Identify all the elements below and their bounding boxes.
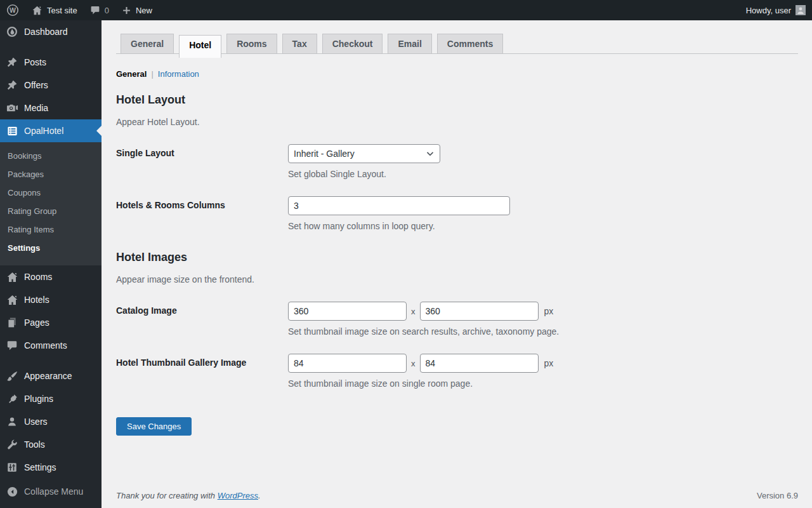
admin-bar-account-button[interactable]: Howdy, user — [740, 0, 812, 20]
catalog-image-description: Set thumbnail image size on search resul… — [288, 326, 798, 337]
main-content: General Hotel Rooms Tax Checkout Email C… — [102, 20, 812, 508]
sidebar-item-tools[interactable]: Tools — [0, 433, 102, 456]
sidebar-item-label: OpalHotel — [24, 126, 63, 136]
sidebar-item-media[interactable]: Media — [0, 97, 102, 119]
sidebar-item-offers[interactable]: Offers — [0, 74, 102, 97]
submenu-item-bookings[interactable]: Bookings — [0, 147, 102, 165]
sidebar-item-label: Posts — [24, 57, 46, 67]
sidebar-item-label: Plugins — [24, 394, 53, 404]
admin-sidebar: Dashboard Posts Offers Media OpalHotel B… — [0, 20, 102, 508]
sidebar-item-label: Settings — [24, 462, 56, 472]
admin-footer: Thank you for creating with WordPress. V… — [102, 491, 812, 508]
single-layout-select[interactable]: Inherit - Gallery — [288, 144, 440, 163]
thumbnail-image-row: Hotel Thumbnail Gallery Image xpx Set th… — [116, 354, 798, 389]
sliders-icon — [6, 461, 18, 474]
admin-bar: W Test site 0 New Howdy, user — [0, 0, 812, 20]
admin-bar-new-label: New — [136, 6, 152, 15]
save-changes-button[interactable]: Save Changes — [116, 417, 192, 436]
opalhotel-submenu: Bookings Packages Coupons Rating Group R… — [0, 142, 102, 265]
tab-general[interactable]: General — [121, 34, 174, 53]
comment-bubble-icon — [90, 5, 100, 15]
footer-thanks-suffix: . — [258, 491, 261, 500]
settings-wrap: General Hotel Rooms Tax Checkout Email C… — [102, 20, 812, 491]
submenu-item-rating-group[interactable]: Rating Group — [0, 202, 102, 220]
hotel-layout-description: Appear Hotel Layout. — [116, 117, 798, 127]
media-icon — [6, 102, 18, 114]
single-layout-select-wrap: Inherit - Gallery — [288, 144, 440, 163]
sidebar-item-label: Appearance — [24, 371, 72, 381]
thumbnail-image-description: Set thumbnail image size on single room … — [288, 378, 798, 389]
thumbnail-image-height-input[interactable] — [420, 354, 539, 373]
sub-section-nav: General|Information — [116, 69, 798, 79]
wrench-icon — [6, 438, 18, 451]
tab-checkout[interactable]: Checkout — [322, 34, 383, 53]
sidebar-item-label: Dashboard — [24, 27, 68, 37]
svg-text:W: W — [10, 6, 16, 14]
sidebar-item-dashboard[interactable]: Dashboard — [0, 20, 102, 43]
sidebar-item-pages[interactable]: Pages — [0, 311, 102, 334]
dashboard-icon — [6, 25, 18, 38]
subnav-item-general[interactable]: General — [116, 69, 147, 79]
tab-email[interactable]: Email — [388, 34, 431, 53]
sidebar-item-label: Media — [24, 103, 48, 113]
single-layout-row: Single Layout Inherit - Gallery Set glob… — [116, 144, 798, 179]
admin-bar-comment-count: 0 — [105, 6, 109, 15]
columns-description: Set how many columns in loop query. — [288, 221, 798, 231]
tab-comments[interactable]: Comments — [437, 34, 503, 53]
wordpress-logo-icon: W — [6, 4, 19, 17]
sidebar-item-label: Pages — [24, 318, 49, 328]
pushpin-icon — [6, 56, 18, 69]
dimension-separator: x — [411, 307, 416, 316]
tab-hotel[interactable]: Hotel — [179, 35, 221, 58]
tab-rooms[interactable]: Rooms — [226, 34, 277, 53]
admin-bar-comments-button[interactable]: 0 — [84, 0, 115, 20]
home-icon — [32, 5, 43, 16]
wp-logo-button[interactable]: W — [0, 0, 25, 20]
list-icon — [6, 124, 18, 137]
pages-icon — [6, 316, 18, 329]
sidebar-item-plugins[interactable]: Plugins — [0, 387, 102, 410]
catalog-image-height-input[interactable] — [420, 302, 539, 321]
submenu-item-settings[interactable]: Settings — [0, 239, 102, 257]
sidebar-item-appearance[interactable]: Appearance — [0, 364, 102, 387]
sidebar-item-settings[interactable]: Settings — [0, 456, 102, 479]
hotel-images-heading: Hotel Images — [116, 251, 798, 264]
collapse-menu-button[interactable]: Collapse Menu — [0, 480, 102, 503]
hotel-images-description: Appear image size on the frontend. — [116, 274, 798, 284]
user-avatar — [796, 5, 806, 15]
admin-bar-site-name: Test site — [47, 6, 77, 15]
collapse-arrow-icon — [6, 485, 18, 498]
columns-label: Hotels & Rooms Columns — [116, 196, 288, 231]
settings-tab-bar: General Hotel Rooms Tax Checkout Email C… — [116, 34, 798, 54]
user-icon — [6, 415, 18, 428]
hotel-layout-heading: Hotel Layout — [116, 93, 798, 107]
admin-bar-site-link[interactable]: Test site — [25, 0, 84, 20]
collapse-menu-label: Collapse Menu — [24, 486, 83, 497]
sidebar-item-opalhotel[interactable]: OpalHotel — [0, 119, 102, 142]
footer-thanks-prefix: Thank you for creating with — [116, 491, 218, 500]
columns-input[interactable] — [288, 196, 510, 215]
catalog-image-row: Catalog Image xpx Set thumbnail image si… — [116, 302, 798, 337]
sidebar-item-hotels[interactable]: Hotels — [0, 288, 102, 311]
dimension-unit: px — [544, 358, 554, 368]
submenu-item-packages[interactable]: Packages — [0, 165, 102, 184]
sidebar-item-label: Hotels — [24, 295, 49, 305]
submenu-item-rating-items[interactable]: Rating Items — [0, 220, 102, 239]
plus-icon — [122, 6, 131, 15]
wordpress-link[interactable]: WordPress — [218, 491, 258, 500]
sidebar-item-label: Tools — [24, 439, 45, 450]
sidebar-item-posts[interactable]: Posts — [0, 51, 102, 74]
footer-version: Version 6.9 — [757, 491, 798, 500]
sidebar-item-rooms[interactable]: Rooms — [0, 265, 102, 288]
sidebar-item-label: Users — [24, 417, 48, 427]
sidebar-item-comments[interactable]: Comments — [0, 334, 102, 357]
sidebar-item-users[interactable]: Users — [0, 410, 102, 433]
single-layout-label: Single Layout — [116, 144, 288, 179]
catalog-image-width-input[interactable] — [288, 302, 407, 321]
admin-bar-new-button[interactable]: New — [115, 0, 159, 20]
thumbnail-image-width-input[interactable] — [288, 354, 407, 373]
tab-tax[interactable]: Tax — [282, 34, 317, 53]
subnav-item-information[interactable]: Information — [158, 69, 199, 79]
footer-thanks-text: Thank you for creating with WordPress. — [116, 491, 261, 500]
submenu-item-coupons[interactable]: Coupons — [0, 184, 102, 202]
